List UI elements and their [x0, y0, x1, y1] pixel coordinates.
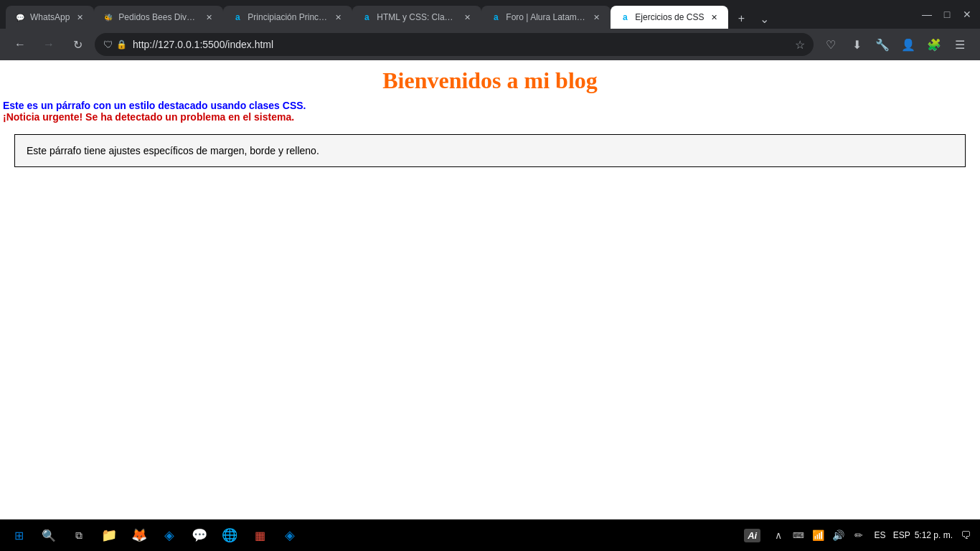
media-button[interactable]: ▦: [247, 522, 273, 548]
firefox-icon: 🦊: [131, 527, 147, 543]
browser-window: 💬 WhatsApp ✕ 🐝 Pedidos Bees Divexa ✕ a P…: [0, 0, 980, 551]
principiacion-favicon-icon: a: [232, 11, 243, 23]
pen-icon[interactable]: ✏: [850, 527, 867, 544]
notification-button[interactable]: 🗨: [957, 527, 974, 544]
network-icon[interactable]: 📶: [810, 527, 827, 544]
keyboard-icon[interactable]: ⌨: [790, 527, 807, 544]
search-taskbar-icon: 🔍: [42, 529, 56, 542]
account-icon[interactable]: 👤: [897, 33, 920, 56]
tab-pedidos-title: Pedidos Bees Divexa: [118, 12, 199, 22]
page-content: Bienvenidos a mi blog Este es un párrafo…: [0, 60, 980, 519]
vscode2-button[interactable]: ◈: [277, 522, 303, 548]
address-bar[interactable]: 🛡 🔒 http://127.0.0.1:5500/index.html ☆: [95, 33, 814, 56]
menu-icon[interactable]: ☰: [948, 33, 971, 56]
search-taskbar-button[interactable]: 🔍: [36, 522, 62, 548]
paragraph-blue: Este es un párrafo con un estilo destaca…: [0, 100, 980, 111]
blog-title: Bienvenidos a mi blog: [0, 67, 980, 94]
tab-list-button[interactable]: ⌄: [754, 9, 774, 29]
tray-expand-icon: ∧: [775, 529, 782, 541]
new-tab-button[interactable]: +: [731, 9, 751, 29]
pocket-icon[interactable]: ♡: [819, 33, 842, 56]
window-controls: — □ ✕: [920, 7, 974, 22]
task-view-button[interactable]: ⧉: [66, 522, 92, 548]
time-display: 5:12 p. m.: [915, 530, 953, 540]
minimize-button[interactable]: —: [920, 7, 934, 22]
browser2-icon: 🌐: [222, 527, 237, 543]
tab-pedidos[interactable]: 🐝 Pedidos Bees Divexa ✕: [94, 6, 223, 29]
volume-icon[interactable]: 🔊: [830, 527, 847, 544]
tab-html-css-title: HTML y CSS: Clases, P:: [377, 12, 457, 22]
language-button[interactable]: ESP: [893, 527, 910, 544]
ai-label: Ai: [744, 529, 760, 542]
tabs-area: 💬 WhatsApp ✕ 🐝 Pedidos Bees Divexa ✕ a P…: [6, 0, 914, 29]
vscode-button[interactable]: ◈: [156, 522, 182, 548]
notification-icon: 🗨: [961, 529, 971, 541]
volume-indicator: 🔊: [832, 529, 844, 541]
nav-right-icons: ♡ ⬇ 🔧 👤 🧩 ☰: [819, 33, 971, 56]
taskbar-left: ⊞ 🔍 ⧉ 📁 🦊 ◈ 💬 🌐 ▦: [6, 522, 303, 548]
browser2-button[interactable]: 🌐: [217, 522, 242, 548]
tab-ejercicios-css[interactable]: a Ejercicios de CSS ✕: [611, 6, 728, 29]
tab-foro-alura-title: Foro | Alura Latam - C:: [506, 12, 586, 22]
tab-html-css-close[interactable]: ✕: [461, 11, 473, 23]
media-icon: ▦: [255, 529, 265, 542]
box-paragraph: Este párrafo tiene ajustes específicos d…: [14, 134, 966, 167]
paragraph-red: ¡Noticia urgente! Se ha detectado un pro…: [0, 111, 980, 123]
firefox-button[interactable]: 🦊: [126, 522, 152, 548]
nav-bar: ← → ↻ 🛡 🔒 http://127.0.0.1:5500/index.ht…: [0, 29, 980, 60]
title-bar: 💬 WhatsApp ✕ 🐝 Pedidos Bees Divexa ✕ a P…: [0, 0, 980, 29]
task-view-icon: ⧉: [75, 529, 83, 542]
tab-principiacion-close[interactable]: ✕: [332, 11, 344, 23]
file-explorer-button[interactable]: 📁: [96, 522, 122, 548]
file-explorer-icon: 📁: [101, 527, 117, 543]
taskbar-right: Ai ∧ ⌨ 📶 🔊 ✏ ES: [740, 522, 974, 548]
tab-principiacion-title: Principiación Principia:: [248, 12, 328, 22]
network-indicator: 📶: [812, 529, 824, 541]
maximize-button[interactable]: □: [940, 7, 954, 22]
url-text: http://127.0.0.1:5500/index.html: [133, 39, 789, 50]
tab-whatsapp-close[interactable]: ✕: [74, 11, 85, 23]
address-security-icons: 🛡 🔒: [103, 39, 127, 50]
tab-whatsapp-title: WhatsApp: [30, 12, 70, 22]
start-button[interactable]: ⊞: [6, 522, 32, 548]
clock[interactable]: 5:12 p. m.: [915, 530, 953, 540]
lock-icon: 🔒: [116, 39, 127, 50]
blog-header: Bienvenidos a mi blog: [0, 60, 980, 100]
download-icon[interactable]: ⬇: [845, 33, 868, 56]
vscode2-icon: ◈: [285, 527, 295, 543]
refresh-button[interactable]: ↻: [66, 33, 89, 56]
back-button[interactable]: ←: [9, 33, 32, 56]
tab-whatsapp[interactable]: 💬 WhatsApp ✕: [6, 6, 94, 29]
tab-foro-alura-close[interactable]: ✕: [590, 11, 602, 23]
tab-ejercicios-css-close[interactable]: ✕: [708, 11, 720, 23]
tab-principiacion[interactable]: a Principiación Principia: ✕: [223, 6, 352, 29]
forward-button[interactable]: →: [37, 33, 60, 56]
keyboard-layout-label: ES: [875, 530, 886, 540]
close-button[interactable]: ✕: [960, 7, 974, 22]
whatsapp-favicon-icon: 💬: [14, 11, 26, 23]
bookmark-icon[interactable]: ☆: [795, 38, 805, 52]
extensions-icon[interactable]: 🧩: [923, 33, 946, 56]
system-tray: ∧ ⌨ 📶 🔊 ✏: [770, 527, 867, 544]
pedidos-favicon-icon: 🐝: [103, 11, 114, 23]
shield-icon: 🛡: [103, 39, 113, 50]
html-css-favicon-icon: a: [361, 11, 372, 23]
box-paragraph-text: Este párrafo tiene ajustes específicos d…: [27, 145, 319, 156]
tools-icon[interactable]: 🔧: [871, 33, 894, 56]
vscode-icon: ◈: [164, 527, 174, 543]
tab-ejercicios-css-title: Ejercicios de CSS: [635, 12, 704, 22]
ejercicios-css-favicon-icon: a: [619, 11, 631, 23]
tab-pedidos-close[interactable]: ✕: [203, 11, 215, 23]
ai-button[interactable]: Ai: [740, 522, 765, 548]
tab-foro-alura[interactable]: a Foro | Alura Latam - C: ✕: [481, 6, 611, 29]
tab-html-css[interactable]: a HTML y CSS: Clases, P: ✕: [352, 6, 481, 29]
tray-expand-button[interactable]: ∧: [770, 527, 787, 544]
foro-alura-favicon-icon: a: [490, 11, 501, 23]
keyboard-layout-button[interactable]: ES: [872, 527, 889, 544]
language-label: ESP: [893, 530, 910, 540]
keyboard-indicator: ⌨: [793, 531, 804, 540]
taskbar: ⊞ 🔍 ⧉ 📁 🦊 ◈ 💬 🌐 ▦: [0, 519, 980, 551]
whatsapp-taskbar-icon: 💬: [192, 527, 207, 543]
whatsapp-taskbar-button[interactable]: 💬: [187, 522, 212, 548]
pen-indicator: ✏: [854, 529, 863, 541]
